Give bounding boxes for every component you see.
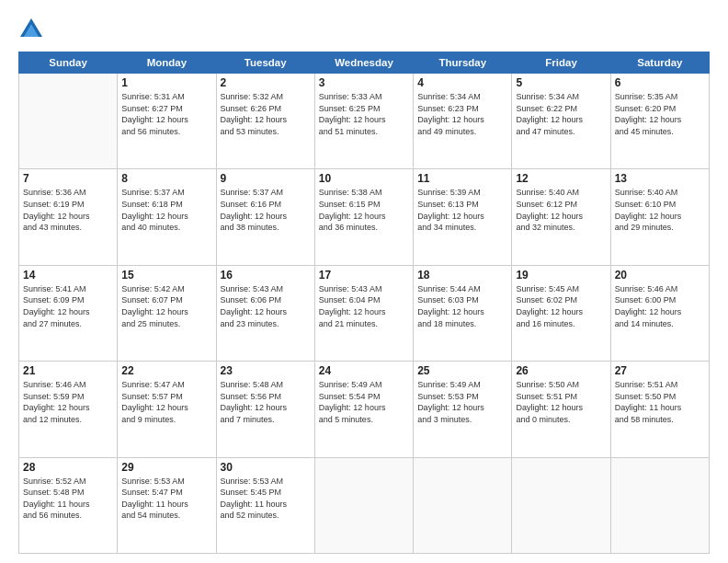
calendar-cell: 22Sunrise: 5:47 AMSunset: 5:57 PMDayligh… [118, 362, 216, 457]
day-number: 7 [23, 172, 113, 185]
calendar-cell: 23Sunrise: 5:48 AMSunset: 5:56 PMDayligh… [216, 362, 314, 457]
calendar-cell: 7Sunrise: 5:36 AMSunset: 6:19 PMDaylight… [19, 169, 118, 265]
calendar-cell: 8Sunrise: 5:37 AMSunset: 6:18 PMDaylight… [118, 169, 216, 265]
day-number: 2 [221, 76, 311, 89]
calendar-cell: 27Sunrise: 5:51 AMSunset: 5:50 PMDayligh… [610, 362, 709, 457]
day-number: 8 [121, 172, 211, 185]
calendar-cell: 26Sunrise: 5:50 AMSunset: 5:51 PMDayligh… [512, 362, 610, 457]
calendar-table: SundayMondayTuesdayWednesdayThursdayFrid… [18, 52, 710, 554]
day-number: 25 [417, 364, 507, 377]
day-number: 16 [221, 269, 311, 282]
calendar-cell: 30Sunrise: 5:53 AMSunset: 5:45 PMDayligh… [216, 457, 314, 553]
day-number: 29 [121, 461, 211, 474]
calendar-cell [512, 457, 610, 553]
calendar-cell: 14Sunrise: 5:41 AMSunset: 6:09 PMDayligh… [19, 265, 118, 361]
weekday-header-tuesday: Tuesday [216, 52, 314, 74]
day-number: 5 [516, 76, 606, 89]
day-info: Sunrise: 5:34 AMSunset: 6:22 PMDaylight:… [516, 91, 606, 137]
day-number: 28 [23, 461, 113, 474]
calendar-cell: 6Sunrise: 5:35 AMSunset: 6:20 PMDaylight… [610, 74, 709, 169]
calendar-week-4: 21Sunrise: 5:46 AMSunset: 5:59 PMDayligh… [19, 362, 710, 457]
calendar-cell: 12Sunrise: 5:40 AMSunset: 6:12 PMDayligh… [512, 169, 610, 265]
day-number: 30 [221, 461, 311, 474]
calendar-cell: 29Sunrise: 5:53 AMSunset: 5:47 PMDayligh… [118, 457, 216, 553]
day-info: Sunrise: 5:41 AMSunset: 6:09 PMDaylight:… [23, 283, 113, 329]
day-info: Sunrise: 5:42 AMSunset: 6:07 PMDaylight:… [121, 283, 211, 329]
day-number: 11 [417, 172, 507, 185]
calendar-cell: 4Sunrise: 5:34 AMSunset: 6:23 PMDaylight… [414, 74, 512, 169]
day-number: 27 [615, 364, 705, 377]
logo-icon [18, 17, 44, 42]
weekday-header-saturday: Saturday [610, 52, 709, 74]
weekday-header-sunday: Sunday [19, 52, 118, 74]
day-number: 9 [221, 172, 311, 185]
day-info: Sunrise: 5:51 AMSunset: 5:50 PMDaylight:… [615, 379, 705, 425]
day-info: Sunrise: 5:36 AMSunset: 6:19 PMDaylight:… [23, 187, 113, 233]
logo [18, 17, 48, 42]
day-info: Sunrise: 5:52 AMSunset: 5:48 PMDaylight:… [23, 476, 113, 522]
day-number: 15 [121, 269, 211, 282]
weekday-header-row: SundayMondayTuesdayWednesdayThursdayFrid… [19, 52, 710, 74]
day-info: Sunrise: 5:34 AMSunset: 6:23 PMDaylight:… [417, 91, 507, 137]
day-info: Sunrise: 5:39 AMSunset: 6:13 PMDaylight:… [417, 187, 507, 233]
header [18, 17, 710, 42]
day-info: Sunrise: 5:32 AMSunset: 6:26 PMDaylight:… [221, 91, 311, 137]
calendar-cell: 13Sunrise: 5:40 AMSunset: 6:10 PMDayligh… [610, 169, 709, 265]
calendar-cell: 18Sunrise: 5:44 AMSunset: 6:03 PMDayligh… [414, 265, 512, 361]
calendar-week-3: 14Sunrise: 5:41 AMSunset: 6:09 PMDayligh… [19, 265, 710, 361]
calendar-cell: 28Sunrise: 5:52 AMSunset: 5:48 PMDayligh… [19, 457, 118, 553]
day-info: Sunrise: 5:31 AMSunset: 6:27 PMDaylight:… [121, 91, 211, 137]
weekday-header-friday: Friday [512, 52, 610, 74]
day-number: 23 [221, 364, 311, 377]
weekday-header-monday: Monday [118, 52, 216, 74]
day-info: Sunrise: 5:47 AMSunset: 5:57 PMDaylight:… [121, 379, 211, 425]
day-number: 6 [615, 76, 705, 89]
day-number: 18 [417, 269, 507, 282]
calendar-cell: 21Sunrise: 5:46 AMSunset: 5:59 PMDayligh… [19, 362, 118, 457]
day-info: Sunrise: 5:33 AMSunset: 6:25 PMDaylight:… [319, 91, 409, 137]
day-number: 4 [417, 76, 507, 89]
calendar-cell [414, 457, 512, 553]
day-number: 20 [615, 269, 705, 282]
calendar-week-1: 1Sunrise: 5:31 AMSunset: 6:27 PMDaylight… [19, 74, 710, 169]
day-number: 22 [121, 364, 211, 377]
calendar-cell: 9Sunrise: 5:37 AMSunset: 6:16 PMDaylight… [216, 169, 314, 265]
day-info: Sunrise: 5:46 AMSunset: 5:59 PMDaylight:… [23, 379, 113, 425]
calendar-cell: 19Sunrise: 5:45 AMSunset: 6:02 PMDayligh… [512, 265, 610, 361]
calendar-cell: 10Sunrise: 5:38 AMSunset: 6:15 PMDayligh… [314, 169, 413, 265]
day-info: Sunrise: 5:48 AMSunset: 5:56 PMDaylight:… [221, 379, 311, 425]
day-number: 26 [516, 364, 606, 377]
weekday-header-wednesday: Wednesday [314, 52, 413, 74]
calendar-cell: 16Sunrise: 5:43 AMSunset: 6:06 PMDayligh… [216, 265, 314, 361]
day-info: Sunrise: 5:50 AMSunset: 5:51 PMDaylight:… [516, 379, 606, 425]
day-info: Sunrise: 5:49 AMSunset: 5:54 PMDaylight:… [319, 379, 409, 425]
calendar-cell: 25Sunrise: 5:49 AMSunset: 5:53 PMDayligh… [414, 362, 512, 457]
calendar-cell: 11Sunrise: 5:39 AMSunset: 6:13 PMDayligh… [414, 169, 512, 265]
day-info: Sunrise: 5:43 AMSunset: 6:04 PMDaylight:… [319, 283, 409, 329]
day-info: Sunrise: 5:44 AMSunset: 6:03 PMDaylight:… [417, 283, 507, 329]
day-number: 10 [319, 172, 409, 185]
day-info: Sunrise: 5:49 AMSunset: 5:53 PMDaylight:… [417, 379, 507, 425]
day-info: Sunrise: 5:53 AMSunset: 5:45 PMDaylight:… [221, 476, 311, 522]
day-number: 24 [319, 364, 409, 377]
calendar-cell: 15Sunrise: 5:42 AMSunset: 6:07 PMDayligh… [118, 265, 216, 361]
day-info: Sunrise: 5:45 AMSunset: 6:02 PMDaylight:… [516, 283, 606, 329]
day-number: 3 [319, 76, 409, 89]
day-info: Sunrise: 5:37 AMSunset: 6:18 PMDaylight:… [121, 187, 211, 233]
calendar-cell [314, 457, 413, 553]
day-info: Sunrise: 5:43 AMSunset: 6:06 PMDaylight:… [221, 283, 311, 329]
calendar-cell: 17Sunrise: 5:43 AMSunset: 6:04 PMDayligh… [314, 265, 413, 361]
day-info: Sunrise: 5:38 AMSunset: 6:15 PMDaylight:… [319, 187, 409, 233]
calendar-cell: 24Sunrise: 5:49 AMSunset: 5:54 PMDayligh… [314, 362, 413, 457]
day-number: 1 [121, 76, 211, 89]
day-info: Sunrise: 5:40 AMSunset: 6:10 PMDaylight:… [615, 187, 705, 233]
day-number: 12 [516, 172, 606, 185]
calendar-cell: 2Sunrise: 5:32 AMSunset: 6:26 PMDaylight… [216, 74, 314, 169]
day-number: 13 [615, 172, 705, 185]
day-info: Sunrise: 5:35 AMSunset: 6:20 PMDaylight:… [615, 91, 705, 137]
calendar-cell: 5Sunrise: 5:34 AMSunset: 6:22 PMDaylight… [512, 74, 610, 169]
day-info: Sunrise: 5:37 AMSunset: 6:16 PMDaylight:… [221, 187, 311, 233]
calendar-cell [610, 457, 709, 553]
weekday-header-thursday: Thursday [414, 52, 512, 74]
day-info: Sunrise: 5:53 AMSunset: 5:47 PMDaylight:… [121, 476, 211, 522]
